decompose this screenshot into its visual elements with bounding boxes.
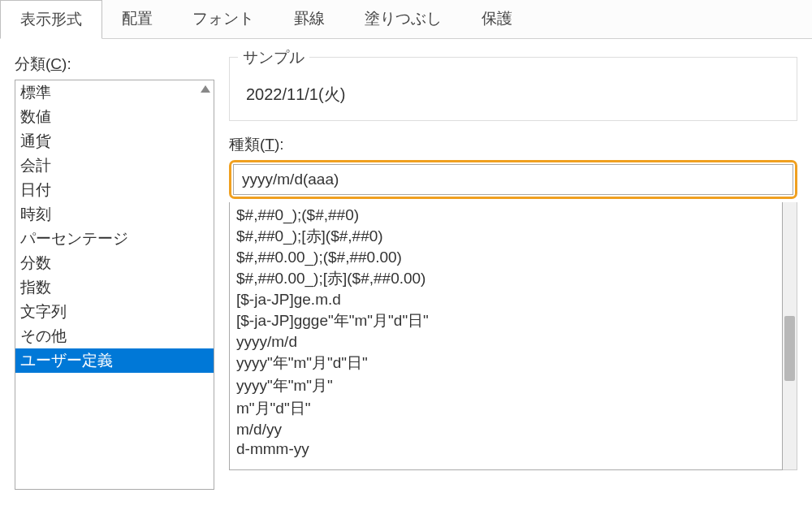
- format-list[interactable]: $#,##0_);($#,##0) $#,##0_);[赤]($#,##0) $…: [229, 202, 783, 470]
- format-item[interactable]: [$-ja-JP]ggge"年"m"月"d"日": [236, 309, 775, 332]
- format-item[interactable]: yyyy"年"m"月"d"日": [236, 352, 775, 374]
- tab-font[interactable]: フォント: [173, 0, 274, 38]
- type-label-key: T: [265, 136, 274, 153]
- type-label: 種類(T):: [229, 134, 797, 155]
- format-item[interactable]: $#,##0.00_);[赤]($#,##0.00): [236, 267, 775, 290]
- format-item[interactable]: m"月"d"日": [236, 397, 775, 420]
- category-item-date[interactable]: 日付: [15, 178, 214, 202]
- category-item-scientific[interactable]: 指数: [15, 275, 214, 300]
- format-item[interactable]: [$-ja-JP]ge.m.d: [236, 290, 775, 309]
- sample-value: 2022/11/1(火): [230, 58, 797, 120]
- category-item-standard[interactable]: 標準: [15, 80, 214, 105]
- format-item[interactable]: $#,##0_);($#,##0): [236, 205, 775, 225]
- tab-border[interactable]: 罫線: [274, 0, 345, 38]
- format-list-wrap: $#,##0_);($#,##0) $#,##0_);[赤]($#,##0) $…: [229, 202, 797, 470]
- category-item-percentage[interactable]: パーセンテージ: [15, 227, 214, 251]
- category-item-accounting[interactable]: 会計: [15, 154, 214, 178]
- scrollbar-thumb[interactable]: [784, 316, 795, 381]
- category-column: 分類(C): 標準 数値 通貨 会計 日付 時刻 パーセンテージ 分数 指数 文…: [15, 54, 214, 490]
- category-item-time[interactable]: 時刻: [15, 202, 214, 227]
- category-label: 分類(C):: [15, 54, 214, 75]
- format-item[interactable]: yyyy/m/d: [236, 332, 775, 352]
- dialog-content: 分類(C): 標準 数値 通貨 会計 日付 時刻 パーセンテージ 分数 指数 文…: [0, 39, 812, 490]
- category-item-text[interactable]: 文字列: [15, 300, 214, 324]
- scroll-up-icon: [201, 85, 210, 93]
- tab-bar: 表示形式 配置 フォント 罫線 塗りつぶし 保護: [0, 0, 812, 39]
- type-input[interactable]: [233, 164, 793, 195]
- type-input-highlight: [229, 160, 797, 199]
- tab-number-format[interactable]: 表示形式: [0, 0, 102, 39]
- category-list[interactable]: 標準 数値 通貨 会計 日付 時刻 パーセンテージ 分数 指数 文字列 その他 …: [15, 80, 214, 490]
- category-label-key: C: [50, 55, 62, 72]
- format-item[interactable]: d-mmm-yy: [236, 439, 775, 459]
- format-scrollbar[interactable]: [783, 202, 797, 470]
- category-label-prefix: 分類(: [15, 55, 50, 72]
- type-label-prefix: 種類(: [229, 136, 265, 153]
- category-item-number[interactable]: 数値: [15, 105, 214, 129]
- sample-legend: サンプル: [238, 47, 309, 68]
- category-item-custom[interactable]: ユーザー定義: [15, 348, 214, 373]
- category-item-fraction[interactable]: 分数: [15, 251, 214, 275]
- tab-protection[interactable]: 保護: [462, 0, 533, 38]
- category-label-suffix: ):: [62, 55, 71, 72]
- format-item[interactable]: m/d/yy: [236, 420, 775, 439]
- format-item[interactable]: $#,##0_);[赤]($#,##0): [236, 225, 775, 248]
- format-item[interactable]: yyyy"年"m"月": [236, 374, 775, 397]
- category-item-currency[interactable]: 通貨: [15, 129, 214, 154]
- sample-box: サンプル 2022/11/1(火): [229, 57, 797, 121]
- tab-alignment[interactable]: 配置: [102, 0, 173, 38]
- category-item-special[interactable]: その他: [15, 324, 214, 348]
- format-item[interactable]: $#,##0.00_);($#,##0.00): [236, 248, 775, 267]
- type-label-suffix: ):: [274, 136, 284, 153]
- tab-fill[interactable]: 塗りつぶし: [345, 0, 462, 38]
- details-column: サンプル 2022/11/1(火) 種類(T): $#,##0_);($#,##…: [229, 54, 797, 490]
